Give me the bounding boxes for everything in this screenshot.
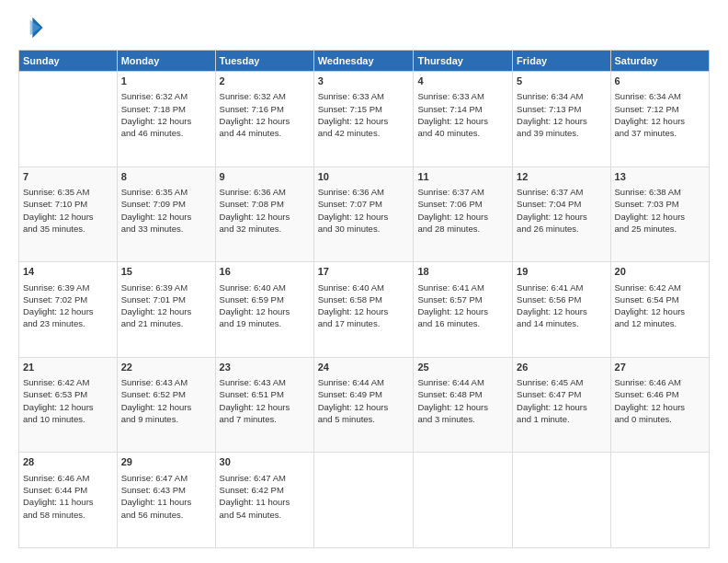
day-info-line: Daylight: 12 hours bbox=[220, 401, 310, 413]
day-info-line: and 54 minutes. bbox=[220, 509, 310, 521]
col-header-tuesday: Tuesday bbox=[215, 51, 313, 72]
day-info-line: Sunrise: 6:33 AM bbox=[318, 90, 410, 102]
day-info-line: and 33 minutes. bbox=[121, 223, 211, 235]
day-info-line: Sunrise: 6:47 AM bbox=[220, 472, 310, 484]
day-info-line: and 3 minutes. bbox=[417, 413, 508, 425]
day-info-line: Sunset: 6:58 PM bbox=[318, 293, 410, 305]
day-info-line: and 28 minutes. bbox=[417, 223, 508, 235]
day-info-line: Sunset: 6:42 PM bbox=[220, 484, 310, 496]
day-number: 21 bbox=[23, 361, 113, 374]
day-info-line: Sunrise: 6:35 AM bbox=[121, 186, 211, 198]
col-header-wednesday: Wednesday bbox=[313, 51, 414, 72]
day-info-line: Sunset: 7:02 PM bbox=[23, 293, 113, 305]
calendar-cell: 25Sunrise: 6:44 AMSunset: 6:48 PMDayligh… bbox=[414, 357, 513, 453]
day-info-line: Sunrise: 6:45 AM bbox=[517, 376, 606, 388]
calendar-cell bbox=[313, 453, 414, 548]
calendar-cell bbox=[513, 453, 610, 548]
day-info-line: Sunset: 6:48 PM bbox=[417, 388, 508, 400]
col-header-saturday: Saturday bbox=[610, 51, 709, 72]
header bbox=[18, 15, 710, 40]
day-info-line: Daylight: 12 hours bbox=[23, 305, 113, 317]
day-info-line: Sunset: 6:49 PM bbox=[318, 388, 410, 400]
day-info-line: Sunrise: 6:32 AM bbox=[220, 90, 310, 102]
day-number: 1 bbox=[121, 75, 211, 88]
day-info-line: Sunset: 7:07 PM bbox=[318, 198, 410, 210]
calendar-cell: 14Sunrise: 6:39 AMSunset: 7:02 PMDayligh… bbox=[19, 262, 118, 358]
day-info-line: Sunrise: 6:40 AM bbox=[318, 282, 410, 293]
calendar-cell: 29Sunrise: 6:47 AMSunset: 6:43 PMDayligh… bbox=[117, 453, 215, 548]
calendar-cell: 5Sunrise: 6:34 AMSunset: 7:13 PMDaylight… bbox=[513, 72, 610, 167]
calendar-cell: 16Sunrise: 6:40 AMSunset: 6:59 PMDayligh… bbox=[215, 262, 313, 358]
day-number: 12 bbox=[517, 170, 606, 184]
day-info-line: and 42 minutes. bbox=[318, 127, 410, 139]
day-info-line: and 0 minutes. bbox=[615, 413, 705, 425]
day-info-line: Daylight: 11 hours bbox=[220, 496, 310, 508]
day-info-line: Sunset: 6:57 PM bbox=[417, 293, 508, 305]
logo-icon bbox=[18, 15, 44, 40]
day-info-line: and 1 minute. bbox=[517, 413, 606, 425]
day-info-line: Sunrise: 6:34 AM bbox=[517, 90, 606, 102]
day-info-line: Sunrise: 6:42 AM bbox=[615, 282, 705, 293]
day-info-line: and 23 minutes. bbox=[23, 317, 113, 329]
day-number: 29 bbox=[121, 455, 211, 469]
day-number: 2 bbox=[220, 75, 310, 88]
calendar-cell: 24Sunrise: 6:44 AMSunset: 6:49 PMDayligh… bbox=[313, 357, 414, 453]
day-info-line: Daylight: 12 hours bbox=[517, 115, 606, 127]
day-info-line: Sunrise: 6:46 AM bbox=[23, 472, 113, 484]
day-info-line: Sunset: 7:16 PM bbox=[220, 103, 310, 115]
day-info-line: Sunset: 7:12 PM bbox=[615, 103, 705, 115]
calendar-cell: 20Sunrise: 6:42 AMSunset: 6:54 PMDayligh… bbox=[610, 262, 709, 358]
calendar-cell: 8Sunrise: 6:35 AMSunset: 7:09 PMDaylight… bbox=[117, 167, 215, 262]
calendar-cell: 2Sunrise: 6:32 AMSunset: 7:16 PMDaylight… bbox=[215, 72, 313, 167]
day-info-line: Daylight: 12 hours bbox=[417, 305, 508, 317]
day-number: 25 bbox=[417, 361, 508, 374]
day-info-line: Daylight: 12 hours bbox=[318, 401, 410, 413]
day-info-line: Sunrise: 6:35 AM bbox=[23, 186, 113, 198]
day-info-line: Sunrise: 6:32 AM bbox=[121, 90, 211, 102]
calendar-cell bbox=[19, 72, 118, 167]
day-number: 14 bbox=[23, 265, 113, 279]
day-info-line: Daylight: 12 hours bbox=[318, 115, 410, 127]
day-info-line: Daylight: 12 hours bbox=[417, 115, 508, 127]
day-info-line: Daylight: 12 hours bbox=[517, 401, 606, 413]
day-number: 18 bbox=[417, 265, 508, 279]
day-info-line: Sunrise: 6:38 AM bbox=[615, 186, 705, 198]
calendar-cell: 21Sunrise: 6:42 AMSunset: 6:53 PMDayligh… bbox=[19, 357, 118, 453]
calendar-cell: 1Sunrise: 6:32 AMSunset: 7:18 PMDaylight… bbox=[117, 72, 215, 167]
day-number: 26 bbox=[517, 361, 606, 374]
day-number: 27 bbox=[615, 361, 705, 374]
day-info-line: Daylight: 12 hours bbox=[23, 211, 113, 223]
day-info-line: Sunset: 7:09 PM bbox=[121, 198, 211, 210]
day-info-line: Sunrise: 6:39 AM bbox=[121, 282, 211, 293]
day-info-line: Daylight: 12 hours bbox=[615, 115, 705, 127]
calendar-cell bbox=[610, 453, 709, 548]
day-info-line: Sunrise: 6:33 AM bbox=[417, 90, 508, 102]
col-header-friday: Friday bbox=[513, 51, 610, 72]
calendar-table: SundayMondayTuesdayWednesdayThursdayFrid… bbox=[18, 50, 710, 548]
day-info-line: Daylight: 12 hours bbox=[121, 211, 211, 223]
logo bbox=[18, 15, 48, 40]
day-number: 23 bbox=[220, 361, 310, 374]
day-info-line: Sunrise: 6:44 AM bbox=[417, 376, 508, 388]
day-info-line: Sunset: 6:56 PM bbox=[517, 293, 606, 305]
day-info-line: Sunrise: 6:40 AM bbox=[220, 282, 310, 293]
day-info-line: Sunrise: 6:39 AM bbox=[23, 282, 113, 293]
day-info-line: Daylight: 12 hours bbox=[417, 401, 508, 413]
day-info-line: and 58 minutes. bbox=[23, 509, 113, 521]
day-number: 15 bbox=[121, 265, 211, 279]
calendar-cell: 9Sunrise: 6:36 AMSunset: 7:08 PMDaylight… bbox=[215, 167, 313, 262]
day-info-line: Sunrise: 6:43 AM bbox=[220, 376, 310, 388]
day-info-line: Sunrise: 6:36 AM bbox=[318, 186, 410, 198]
day-info-line: Sunset: 6:43 PM bbox=[121, 484, 211, 496]
day-number: 4 bbox=[417, 75, 508, 88]
day-number: 28 bbox=[23, 455, 113, 469]
day-info-line: Sunset: 7:13 PM bbox=[517, 103, 606, 115]
col-header-monday: Monday bbox=[117, 51, 215, 72]
day-info-line: Sunrise: 6:37 AM bbox=[417, 186, 508, 198]
day-info-line: Sunset: 6:46 PM bbox=[615, 388, 705, 400]
day-info-line: and 46 minutes. bbox=[121, 127, 211, 139]
day-info-line: Sunset: 7:15 PM bbox=[318, 103, 410, 115]
day-info-line: and 30 minutes. bbox=[318, 223, 410, 235]
day-number: 17 bbox=[318, 265, 410, 279]
day-info-line: Daylight: 12 hours bbox=[220, 211, 310, 223]
